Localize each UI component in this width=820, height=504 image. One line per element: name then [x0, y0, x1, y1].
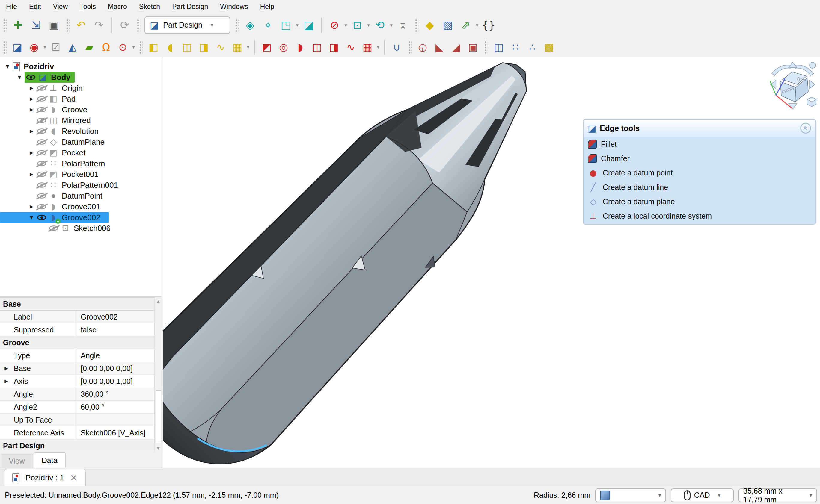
property-row-type[interactable]: TypeAngle [0, 349, 154, 362]
tree-expander-icon[interactable]: ▶ [26, 85, 37, 91]
additive-loft-button[interactable]: ◫ [179, 39, 195, 55]
section-plane-button[interactable]: ◪ [300, 17, 317, 34]
tree-item-mirrored[interactable]: ◫Mirrored [0, 115, 161, 126]
property-row-reference-axis[interactable]: Reference AxisSketch006 [V_Axis] [0, 426, 154, 439]
subtractive-primitive-button[interactable]: ▦▾ [360, 39, 375, 55]
dropdown-arrow-icon[interactable]: ▾ [476, 22, 478, 28]
toolbar-grip-handle[interactable] [414, 18, 418, 32]
edge-tool-create-a-local-coordinate-system[interactable]: ⊥Create a local coordinate system [583, 209, 815, 223]
property-grid[interactable]: BaseLabelGroove002SuppressedfalseGrooveT… [0, 297, 154, 452]
subtractive-loft-button[interactable]: ◫ [309, 39, 325, 55]
map-sketch-button[interactable]: ◭ [65, 39, 80, 55]
expression-editor-button[interactable]: {} [480, 17, 497, 34]
undo-button[interactable]: ↶ [72, 17, 89, 34]
scroll-up-icon[interactable]: ▲ [155, 297, 162, 305]
property-value[interactable] [76, 414, 154, 426]
tree-item-groove[interactable]: ▶◗Groove [0, 104, 161, 115]
dropdown-arrow-icon[interactable]: ▾ [390, 22, 393, 28]
property-row-angle2[interactable]: Angle260,00 ° [0, 401, 154, 414]
menu-item-help[interactable]: Help [254, 0, 280, 13]
toolbar-grip-handle[interactable] [484, 40, 488, 54]
tree-item-pocket[interactable]: ▶◩Pocket [0, 147, 161, 158]
tree-expander-icon[interactable]: ▼ [14, 75, 25, 80]
tree-item-sketch006[interactable]: ⊡Sketch006 [0, 223, 161, 234]
tree-item-groove002[interactable]: ▼◗+Groove002 [0, 212, 109, 223]
redo-button[interactable]: ↷ [90, 17, 107, 34]
linear-pattern-button[interactable]: ∷ [508, 39, 523, 55]
property-group-base[interactable]: Base [0, 298, 154, 311]
eye-hidden-icon[interactable] [37, 182, 46, 188]
box-element-selection-button[interactable]: ⊡▾ [349, 17, 366, 34]
dropdown-arrow-icon[interactable]: ▾ [367, 22, 370, 28]
tree-expander-icon[interactable]: ▶ [26, 204, 37, 209]
menu-item-view[interactable]: View [47, 0, 74, 13]
tree-item-groove001[interactable]: ▶◗Groove001 [0, 201, 161, 212]
tab-view[interactable]: View [1, 454, 33, 468]
menu-item-tools[interactable]: Tools [74, 0, 102, 13]
toolbar-grip-handle[interactable] [408, 40, 412, 54]
tree-item-revolution[interactable]: ▶◖Revolution [0, 126, 161, 137]
tree-expander-icon[interactable]: ▶ [26, 128, 37, 134]
menu-item-windows[interactable]: Windows [214, 0, 254, 13]
zoom-selection-button[interactable]: ⌖ [260, 17, 276, 34]
save-document-button[interactable]: ▣ [46, 17, 62, 34]
property-value[interactable]: false [76, 323, 154, 336]
tree-item-polarpattern001[interactable]: ∷PolarPattern001 [0, 180, 161, 190]
new-document-button[interactable]: ✚ [10, 17, 26, 34]
tree-item-pozidriv[interactable]: ▼Pozidriv [0, 61, 161, 72]
additive-helix-button[interactable]: ∿ [213, 39, 229, 55]
property-group-part-design[interactable]: Part Design [0, 439, 154, 452]
polar-pattern-button[interactable]: ∴ [524, 39, 540, 55]
boolean-operation-button[interactable]: ∪ [389, 39, 405, 55]
eye-hidden-icon[interactable] [37, 118, 46, 123]
tree-item-pad[interactable]: ▶◧Pad [0, 93, 161, 104]
eye-hidden-icon[interactable] [37, 96, 46, 102]
property-row-up-to-face[interactable]: Up To Face [0, 414, 154, 426]
toolbar-grip-handle[interactable] [138, 40, 143, 54]
property-expander-icon[interactable]: ▶ [0, 375, 13, 388]
eye-hidden-icon[interactable] [37, 193, 46, 199]
shapebinder-button[interactable]: ▰ [81, 39, 97, 55]
navigation-cube[interactable]: TOP FRONT [767, 60, 819, 111]
scroll-down-icon[interactable]: ▼ [155, 444, 162, 452]
additive-pipe-button[interactable]: ◨ [196, 39, 212, 55]
edge-tool-create-a-datum-plane[interactable]: ◇Create a datum plane [583, 194, 815, 209]
subtractive-helix-button[interactable]: ∿ [343, 39, 358, 55]
tree-expander-icon[interactable]: ▶ [26, 107, 37, 112]
menu-item-file[interactable]: File [0, 0, 23, 13]
eye-hidden-icon[interactable] [37, 150, 46, 155]
eye-hidden-icon[interactable] [37, 161, 46, 166]
measure-button[interactable]: ⌆ [394, 17, 411, 34]
create-part-button[interactable]: ◆ [421, 17, 438, 34]
revolution-button[interactable]: ◖ [162, 39, 178, 55]
document-tab-pozidriv[interactable]: Pozidriv : 1 ✕ [4, 469, 86, 486]
toolbar-grip-handle[interactable] [136, 18, 140, 32]
toolbar-grip-handle[interactable] [2, 40, 7, 54]
eye-visible-icon[interactable] [26, 75, 35, 80]
property-row-label[interactable]: LabelGroove002 [0, 311, 154, 323]
tree-item-body[interactable]: ▼◪Body [0, 72, 161, 83]
chamfer-button[interactable]: ◣ [432, 39, 447, 55]
eye-hidden-icon[interactable] [37, 107, 46, 112]
clipping-plane-button[interactable]: ⊘▾ [326, 17, 343, 34]
open-document-button[interactable]: ⇲ [28, 17, 44, 34]
3d-viewport[interactable]: TOP FRONT ◪ Edge tools « FilletChamfer●C… [163, 57, 820, 468]
edge-tool-fillet[interactable]: Fillet [583, 137, 815, 151]
validate-sketch-button[interactable]: ☑ [48, 39, 63, 55]
property-value[interactable]: 60,00 ° [76, 401, 154, 413]
eye-hidden-icon[interactable] [37, 85, 46, 91]
toolbar-grip-handle[interactable] [2, 18, 7, 32]
property-row-axis[interactable]: ▶Axis[0,00 0,00 1,00] [0, 375, 154, 388]
navigation-style-dropdown[interactable]: CAD ▾ [671, 488, 734, 502]
view-size-dropdown[interactable]: 35,68 mm x 17,79 mm ▾ [739, 488, 817, 502]
menu-item-edit[interactable]: Edit [23, 0, 47, 13]
refresh-button[interactable]: ⟳ [116, 17, 133, 34]
property-row-angle[interactable]: Angle360,00 ° [0, 388, 154, 401]
workbench-selector[interactable]: ◪Part Design▾ [144, 16, 230, 34]
property-value[interactable]: [0,00 0,00 1,00] [76, 375, 154, 388]
scrollbar-thumb[interactable] [155, 390, 161, 443]
sub-shapebinder-button[interactable]: Ω [98, 39, 114, 55]
property-row-suppressed[interactable]: Suppressedfalse [0, 323, 154, 336]
tree-item-datumplane[interactable]: ◇DatumPlane [0, 137, 161, 147]
property-value[interactable]: [0,00 0,00 0,00] [76, 362, 154, 375]
